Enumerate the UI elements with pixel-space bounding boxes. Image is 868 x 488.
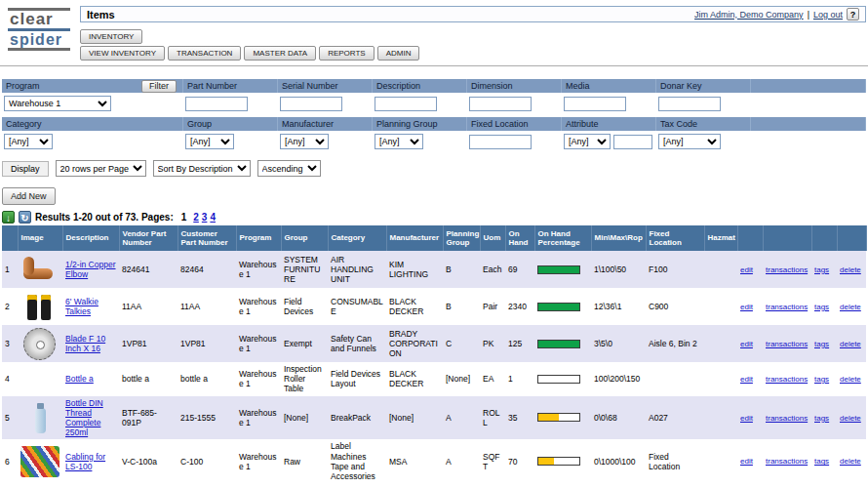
tags-link[interactable]: tags [814, 414, 829, 423]
vendor-part-cell: 1VP81 [119, 325, 178, 362]
tags-link[interactable]: tags [814, 340, 829, 348]
col-on-hand-percentage: On Hand Percentage [534, 225, 591, 251]
category-cell: BreakPack [328, 396, 386, 440]
tags-link[interactable]: tags [814, 375, 829, 384]
nav-tab-master-data[interactable]: MASTER DATA [244, 46, 316, 61]
on-hand-percentage-cell [534, 288, 591, 325]
col-fixed-location: Fixed Location [646, 225, 704, 251]
transactions-link[interactable]: transactions [766, 375, 808, 384]
tab-inventory[interactable]: INVENTORY [80, 29, 142, 44]
hazmat-cell [704, 251, 737, 288]
main-nav-tabs: VIEW INVENTORYTRANSACTIONMASTER DATAREPO… [80, 46, 866, 61]
user-account-link[interactable]: Jim Admin, Demo Company [694, 10, 804, 20]
delete-link[interactable]: delete [840, 457, 861, 466]
filter-select-category[interactable]: [Any] [4, 134, 53, 149]
delete-link[interactable]: delete [840, 340, 861, 348]
filter-select-attribute[interactable]: [Any] [564, 134, 611, 149]
transactions-action-cell: transactions [763, 288, 811, 325]
filter-select-manufacturer[interactable]: [Any] [280, 134, 329, 149]
filter-input-part-number[interactable] [185, 97, 248, 111]
min-max-rop-cell: 0\0\68 [591, 396, 646, 440]
vendor-part-cell: 11AA [119, 288, 178, 325]
filter-input-description[interactable] [375, 97, 437, 111]
filter-input-media[interactable] [564, 97, 626, 111]
delete-link[interactable]: delete [840, 265, 861, 274]
delete-link[interactable]: delete [840, 303, 861, 311]
nav-tab-view-inventory[interactable]: VIEW INVENTORY [80, 46, 165, 61]
item-description-link[interactable]: 6' Walkie Talkies [65, 297, 99, 316]
tags-link[interactable]: tags [814, 265, 829, 274]
transactions-action-cell: transactions [763, 362, 811, 396]
pagination: 234 [190, 212, 216, 223]
sort-by-select[interactable]: Sort By Description [153, 160, 251, 177]
filter-select-program[interactable]: Warehouse 1 [4, 96, 111, 111]
filter-select-planning-group[interactable]: [Any] [375, 134, 423, 149]
item-description-link[interactable]: Bottle a [65, 374, 94, 384]
description-cell: 1/2-in Copper Elbow [62, 251, 119, 288]
page-link-2[interactable]: 2 [193, 212, 199, 223]
bottle-thumbnail [20, 401, 59, 434]
vendor-part-cell: 824641 [119, 251, 178, 288]
delete-link[interactable]: delete [840, 414, 861, 423]
rows-per-page-select[interactable]: 20 rows per Page [56, 160, 146, 177]
add-new-row: Add New [2, 185, 866, 205]
edit-action-cell: edit [737, 251, 763, 288]
item-description-link[interactable]: Bottle DIN Thread Complete 250ml [65, 398, 103, 438]
item-description-link[interactable]: 1/2-in Copper Elbow [65, 260, 116, 279]
add-new-button[interactable]: Add New [2, 187, 56, 205]
page-link-4[interactable]: 4 [210, 212, 216, 223]
uom-cell: Each [480, 251, 505, 288]
transactions-link[interactable]: transactions [766, 457, 808, 466]
col-planning-group: Planning Group [443, 225, 480, 251]
transactions-link[interactable]: transactions [766, 265, 808, 274]
on-hand-progress-bar [537, 303, 580, 311]
nav-tab-admin[interactable]: ADMIN [377, 46, 420, 61]
tags-link[interactable]: tags [814, 457, 829, 466]
filter-field-planning-group: Planning Group[Any] [373, 117, 467, 153]
transactions-link[interactable]: transactions [766, 303, 808, 311]
filter-select-tax-code[interactable]: [Any] [658, 134, 721, 149]
filter-field-part-number: Part Number [183, 79, 278, 115]
edit-link[interactable]: edit [740, 265, 753, 274]
refresh-icon[interactable]: ↻ [19, 211, 31, 224]
edit-link[interactable]: edit [740, 303, 753, 311]
edit-action-cell: edit [737, 288, 763, 325]
filter-input-donar-key[interactable] [658, 97, 721, 111]
program-cell: Warehouse 1 [236, 251, 281, 288]
filter-label-dimension: Dimension [471, 79, 513, 93]
edit-link[interactable]: edit [740, 340, 753, 348]
logout-link[interactable]: Log out [813, 10, 843, 20]
filter-select-group[interactable]: [Any] [185, 134, 234, 149]
filter-input-attribute[interactable] [613, 135, 652, 149]
tags-link[interactable]: tags [814, 303, 829, 311]
edit-link[interactable]: edit [740, 457, 753, 466]
filter-label-manufacturer: Manufacturer [282, 117, 334, 131]
transactions-link[interactable]: transactions [766, 414, 808, 423]
edit-link[interactable]: edit [740, 414, 753, 423]
help-icon[interactable]: ? [847, 8, 859, 20]
tags-action-cell: tags [811, 251, 837, 288]
nav-tab-reports[interactable]: REPORTS [319, 46, 375, 61]
item-description-link[interactable]: Blade F 10 Inch X 16 [65, 334, 105, 353]
page-link-3[interactable]: 3 [202, 212, 208, 223]
category-cell: Label Machines Tape and Accessories [328, 439, 386, 483]
sort-direction-select[interactable]: Ascending [257, 160, 321, 177]
nav-tab-transaction[interactable]: TRANSACTION [168, 46, 241, 61]
on-hand-percentage-cell [534, 396, 591, 440]
item-description-link[interactable]: Cabling for LS-100 [65, 452, 105, 471]
edit-link[interactable]: edit [740, 375, 753, 384]
filter-panel: ProgramFilterWarehouse 1Part NumberSeria… [2, 79, 866, 153]
on-hand-percentage-cell [534, 251, 591, 288]
uom-cell: ROLL [480, 396, 505, 440]
on-hand-progress-bar [537, 340, 580, 348]
delete-link[interactable]: delete [840, 375, 861, 384]
filter-button[interactable]: Filter [141, 80, 177, 93]
customer-part-cell: 1VP81 [178, 325, 236, 362]
filter-input-dimension[interactable] [469, 97, 532, 111]
transactions-link[interactable]: transactions [766, 340, 808, 348]
filter-input-fixed-location[interactable] [469, 135, 532, 149]
filter-input-serial-number[interactable] [280, 97, 342, 111]
logo-text-spider: spider [8, 31, 70, 51]
export-icon[interactable]: ↓ [2, 211, 15, 224]
page-title-bar: Items Jim Admin, Demo Company | Log out … [80, 6, 866, 22]
